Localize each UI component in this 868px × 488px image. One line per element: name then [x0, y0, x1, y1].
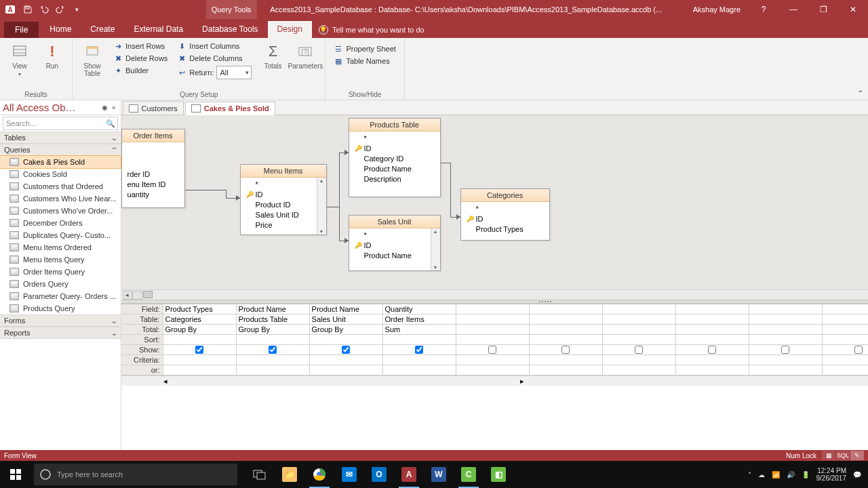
- scroll-right-button[interactable]: ▸: [520, 377, 524, 386]
- qbe-cell[interactable]: [676, 325, 749, 335]
- qbe-cell[interactable]: [823, 304, 868, 314]
- qbe-cell[interactable]: [749, 335, 823, 345]
- totals-button[interactable]: Σ Totals: [258, 41, 287, 80]
- query-design-surface[interactable]: Order Items rder ID enu Item ID uantity …: [121, 115, 868, 289]
- qbe-cell[interactable]: [530, 314, 603, 325]
- parameters-button[interactable]: [?] Parameters: [291, 41, 319, 80]
- view-button[interactable]: View ▾: [5, 41, 34, 79]
- qbe-cell[interactable]: [456, 345, 530, 355]
- field[interactable]: Product Name: [353, 251, 436, 260]
- field[interactable]: enu Item ID: [126, 180, 180, 189]
- tray-volume-icon[interactable]: 🔊: [787, 471, 795, 479]
- ribbon-collapse-button[interactable]: ⌃: [857, 89, 864, 98]
- qbe-cell[interactable]: [456, 325, 530, 335]
- surface-hscroll[interactable]: ◂ ▸: [121, 289, 868, 300]
- qbe-cell[interactable]: [676, 365, 749, 375]
- field[interactable]: *: [353, 134, 436, 143]
- taskbar-explorer[interactable]: 📁: [275, 461, 304, 488]
- qbe-cell[interactable]: [237, 345, 310, 355]
- nav-query-item[interactable]: Menu Items Ordered: [0, 241, 121, 253]
- qbe-cell[interactable]: [163, 365, 237, 375]
- qbe-cell[interactable]: Categories: [163, 314, 237, 325]
- qbe-show-checkbox[interactable]: [488, 346, 496, 354]
- doc-tab-cakes-pies[interactable]: Cakes & Pies Sold: [185, 102, 275, 115]
- qat-redo-icon[interactable]: [53, 2, 68, 17]
- table-products[interactable]: Products Table * 🔑ID Category ID Product…: [349, 118, 441, 197]
- scrollbar[interactable]: ▴▾: [431, 228, 440, 270]
- qbe-cell[interactable]: [456, 355, 530, 365]
- qbe-cell[interactable]: [163, 345, 237, 355]
- help-button[interactable]: ?: [749, 0, 778, 19]
- qbe-show-checkbox[interactable]: [708, 346, 716, 354]
- qbe-cell[interactable]: [823, 365, 868, 375]
- scroll-left-button[interactable]: ◂: [123, 291, 132, 300]
- tell-me-input[interactable]: 💡 Tell me what you want to do: [312, 22, 431, 38]
- qbe-cell[interactable]: [530, 304, 603, 314]
- delete-rows-button[interactable]: ✖Delete Rows: [111, 53, 170, 64]
- qbe-cell[interactable]: [603, 304, 676, 314]
- field[interactable]: Sales Unit ID: [245, 210, 322, 220]
- qbe-cell[interactable]: [823, 355, 868, 365]
- qbe-cell[interactable]: Group By: [310, 325, 383, 335]
- qbe-cell[interactable]: [310, 335, 383, 345]
- maximize-button[interactable]: ❐: [808, 0, 838, 19]
- qbe-cell[interactable]: [383, 335, 456, 345]
- nav-query-item[interactable]: Duplicates Query- Custo...: [0, 229, 121, 241]
- qbe-cell[interactable]: [530, 335, 603, 345]
- view-datasheet-button[interactable]: ▦: [822, 451, 835, 460]
- insert-columns-button[interactable]: ⬇Insert Columns: [174, 41, 254, 52]
- nav-query-item[interactable]: Customers Who've Order...: [0, 205, 121, 217]
- show-table-button[interactable]: Show Table: [78, 41, 106, 80]
- qbe-show-checkbox[interactable]: [342, 346, 350, 354]
- field[interactable]: 🔑ID: [353, 144, 436, 153]
- nav-dropdown-icon[interactable]: ◉: [100, 104, 110, 111]
- qbe-show-checkbox[interactable]: [635, 346, 643, 354]
- close-button[interactable]: ✕: [838, 0, 868, 19]
- tab-external-data[interactable]: External Data: [124, 21, 193, 38]
- nav-query-item[interactable]: Customers that Ordered: [0, 180, 121, 192]
- field[interactable]: 🔑ID: [245, 190, 322, 199]
- qbe-cell[interactable]: [310, 365, 383, 375]
- scrollbar[interactable]: ▴▾: [317, 178, 326, 235]
- field[interactable]: 🔑ID: [353, 241, 436, 250]
- tray-network-icon[interactable]: 📶: [772, 471, 780, 479]
- nav-group-tables[interactable]: Tables⌄: [0, 131, 121, 144]
- qbe-cell[interactable]: [456, 365, 530, 375]
- qbe-cell[interactable]: [676, 314, 749, 325]
- nav-search-input[interactable]: Search... 🔍: [3, 117, 118, 130]
- view-design-button[interactable]: ✎: [850, 451, 864, 460]
- qbe-cell[interactable]: [749, 314, 823, 325]
- qbe-cell[interactable]: [749, 345, 823, 355]
- qat-undo-icon[interactable]: [37, 2, 52, 17]
- qbe-show-checkbox[interactable]: [195, 346, 203, 354]
- qbe-cell[interactable]: [310, 345, 383, 355]
- qbe-cell[interactable]: [237, 335, 310, 345]
- builder-button[interactable]: ✦Builder: [111, 65, 170, 76]
- qbe-cell[interactable]: [603, 325, 676, 335]
- qbe-cell[interactable]: [163, 355, 237, 365]
- qbe-cell[interactable]: [823, 345, 868, 355]
- qbe-cell[interactable]: Product Name: [310, 304, 383, 314]
- field[interactable]: Description: [353, 174, 436, 184]
- tab-home[interactable]: Home: [40, 21, 81, 38]
- table-categories[interactable]: Categories * 🔑ID Product Types: [460, 188, 550, 241]
- qbe-cell[interactable]: [383, 365, 456, 375]
- qbe-cell[interactable]: [237, 355, 310, 365]
- qbe-cell[interactable]: [603, 365, 676, 375]
- field[interactable]: *: [245, 180, 322, 189]
- tab-design[interactable]: Design: [268, 21, 312, 38]
- qbe-show-checkbox[interactable]: [561, 346, 570, 354]
- tab-create[interactable]: Create: [81, 21, 124, 38]
- taskbar-app[interactable]: ◧: [484, 461, 513, 488]
- qbe-cell[interactable]: [310, 355, 383, 365]
- nav-query-item[interactable]: Menu Items Query: [0, 253, 121, 266]
- qbe-cell[interactable]: [749, 325, 823, 335]
- qbe-cell[interactable]: [530, 345, 603, 355]
- qbe-cell[interactable]: [530, 355, 603, 365]
- field[interactable]: Product ID: [245, 200, 322, 209]
- field[interactable]: uantity: [126, 190, 180, 199]
- task-view-button[interactable]: [245, 461, 274, 488]
- tab-database-tools[interactable]: Database Tools: [193, 21, 268, 38]
- delete-columns-button[interactable]: ✖Delete Columns: [174, 53, 254, 64]
- qbe-cell[interactable]: [530, 365, 603, 375]
